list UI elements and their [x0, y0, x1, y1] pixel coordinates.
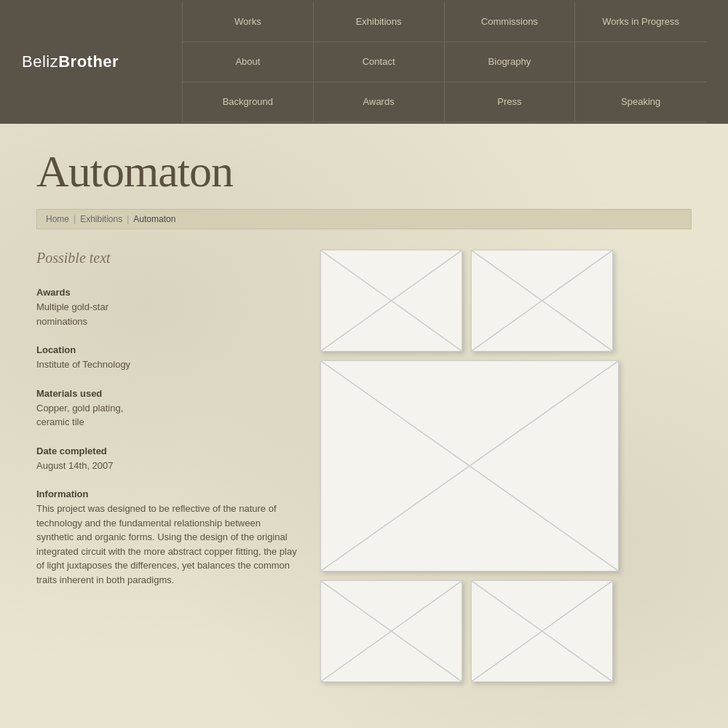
info-date-label: Date completed — [36, 446, 298, 456]
nav-biography[interactable]: Biography — [445, 42, 576, 82]
info-materials-label: Materials used — [36, 388, 298, 399]
info-date-value: August 14th, 2007 — [36, 459, 298, 473]
nav-awards[interactable]: Awards — [314, 82, 445, 122]
info-materials-value: Copper, gold plating,ceramic tile — [36, 401, 298, 430]
image-1[interactable] — [320, 250, 462, 352]
nav-background[interactable]: Background — [183, 82, 314, 122]
info-information-value: This project was designed to be reflecti… — [36, 502, 298, 587]
nav-speaking[interactable]: Speaking — [575, 82, 706, 122]
nav-works[interactable]: Works — [183, 2, 314, 42]
breadcrumb-sep-1: | — [74, 214, 76, 224]
breadcrumb-current: Automaton — [133, 214, 175, 224]
image-4[interactable] — [320, 580, 462, 682]
image-5[interactable] — [471, 580, 613, 682]
breadcrumb-sep-2: | — [127, 214, 129, 224]
info-location: Location Institute of Technology — [36, 344, 298, 372]
site-header: BelizBrother Works Exhibitions Commissio… — [0, 0, 728, 124]
nav-works-in-progress[interactable]: Works in Progress — [575, 2, 706, 42]
nav-about[interactable]: About — [183, 42, 314, 82]
image-2[interactable] — [471, 250, 613, 352]
breadcrumb-exhibitions[interactable]: Exhibitions — [80, 214, 122, 224]
nav-commissions[interactable]: Commissions — [445, 2, 576, 42]
breadcrumb-home[interactable]: Home — [46, 214, 69, 224]
nav-press[interactable]: Press — [445, 82, 576, 122]
images-row-3 — [320, 580, 692, 682]
images-row-1 — [320, 250, 692, 352]
nav-empty-1 — [575, 42, 706, 82]
main-nav: Works Exhibitions Commissions Works in P… — [182, 2, 706, 122]
breadcrumb: Home | Exhibitions | Automaton — [36, 209, 692, 229]
info-materials: Materials used Copper, gold plating,cera… — [36, 388, 298, 430]
content-wrap: Possible text Awards Multiple gold-starn… — [36, 250, 692, 682]
logo[interactable]: BelizBrother — [22, 52, 182, 71]
info-information: Information This project was designed to… — [36, 488, 298, 587]
info-location-value: Institute of Technology — [36, 357, 298, 372]
info-awards: Awards Multiple gold-starnominations — [36, 287, 298, 328]
image-3[interactable] — [320, 360, 619, 571]
possible-text: Possible text — [36, 250, 298, 266]
info-date: Date completed August 14th, 2007 — [36, 446, 298, 473]
main-content: Automaton Home | Exhibitions | Automaton… — [0, 124, 728, 728]
images-area — [320, 250, 692, 682]
logo-text: BelizBrother — [22, 52, 119, 71]
info-awards-label: Awards — [36, 287, 298, 298]
images-row-2 — [320, 360, 692, 571]
sidebar: Possible text Awards Multiple gold-starn… — [36, 250, 298, 682]
nav-exhibitions[interactable]: Exhibitions — [314, 2, 445, 42]
page-title: Automaton — [36, 146, 692, 197]
nav-contact[interactable]: Contact — [314, 42, 445, 82]
info-location-label: Location — [36, 344, 298, 355]
info-awards-value: Multiple gold-starnominations — [36, 300, 298, 328]
info-information-label: Information — [36, 488, 298, 499]
